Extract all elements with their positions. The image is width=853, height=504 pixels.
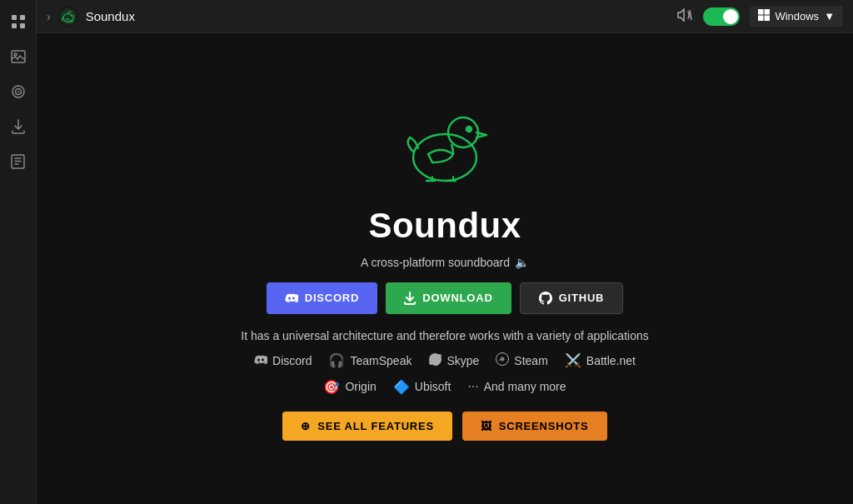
features-label: SEE ALL FEATURES [317, 420, 434, 432]
steam-label: Steam [514, 354, 547, 367]
discord-button[interactable]: DISCORD [267, 282, 378, 314]
description-text: It has a universal architecture and ther… [241, 329, 648, 342]
app-more: ··· And many more [467, 379, 566, 394]
battlenet-label: Battle.net [586, 354, 636, 367]
svg-point-8 [17, 91, 19, 92]
origin-label: Origin [345, 380, 376, 393]
teamspeak-label: TeamSpeak [350, 354, 412, 367]
app-battlenet: ⚔️ Battle.net [565, 352, 636, 368]
content-area: Soundux A cross-platform soundboard 🔈 DI… [37, 33, 853, 504]
sidebar-icon-book[interactable] [3, 147, 33, 177]
supported-apps-row-2: 🎯 Origin 🔷 Ubisoft ··· And many more [323, 379, 566, 395]
ubisoft-icon: 🔷 [393, 379, 410, 395]
discord-app-icon [254, 353, 267, 368]
discord-app-label: Discord [272, 354, 312, 367]
duck-logo [395, 97, 495, 192]
battlenet-icon: ⚔️ [565, 352, 581, 368]
sidebar-icon-image[interactable] [3, 42, 33, 72]
subtitle-text: A cross-platform soundboard [361, 256, 510, 269]
app-discord: Discord [254, 353, 312, 368]
svg-rect-17 [765, 16, 771, 22]
sidebar-icon-grid[interactable] [3, 7, 33, 37]
app-logo [57, 6, 79, 27]
svg-rect-14 [758, 9, 764, 15]
topbar-title: Soundux [86, 9, 671, 23]
svg-rect-0 [12, 15, 17, 20]
skype-icon [428, 352, 441, 369]
screenshots-button[interactable]: 🖼 SCREENSHOTS [462, 412, 607, 441]
svg-rect-1 [20, 15, 25, 20]
svg-point-18 [413, 134, 476, 181]
github-button[interactable]: GITHUB [520, 282, 624, 314]
features-icon: ⊕ [301, 420, 311, 432]
platform-label: Windows [775, 10, 819, 22]
svg-point-12 [70, 14, 72, 16]
main-area: › Soundux [37, 0, 853, 504]
more-icon: ··· [467, 379, 478, 394]
svg-point-22 [501, 358, 503, 360]
svg-rect-3 [20, 23, 25, 28]
topbar: › Soundux [37, 0, 853, 33]
discord-label: DISCORD [305, 292, 360, 304]
mute-icon[interactable] [676, 8, 693, 25]
svg-line-13 [690, 10, 691, 20]
action-buttons: DISCORD DOWNLOAD GITHUB [267, 282, 624, 314]
svg-point-19 [448, 117, 478, 147]
topbar-right: Windows ▼ [676, 6, 843, 27]
download-button[interactable]: DOWNLOAD [386, 282, 511, 314]
svg-rect-2 [12, 23, 17, 28]
screenshots-label: SCREENSHOTS [499, 420, 589, 432]
svg-rect-16 [758, 16, 764, 22]
svg-rect-15 [765, 9, 771, 15]
app-teamspeak: 🎧 TeamSpeak [328, 352, 412, 368]
sound-icon: 🔈 [515, 256, 529, 269]
svg-rect-4 [12, 51, 25, 62]
bottom-buttons: ⊕ SEE ALL FEATURES 🖼 SCREENSHOTS [282, 412, 606, 441]
teamspeak-icon: 🎧 [328, 352, 345, 368]
svg-point-10 [60, 8, 76, 24]
supported-apps-row: Discord 🎧 TeamSpeak Skype [254, 352, 636, 369]
app-ubisoft: 🔷 Ubisoft [393, 379, 451, 395]
more-label: And many more [484, 380, 566, 393]
app-origin: 🎯 Origin [323, 379, 376, 395]
screenshots-icon: 🖼 [481, 420, 492, 432]
ubisoft-label: Ubisoft [415, 380, 451, 393]
windows-icon [758, 9, 770, 23]
github-label: GITHUB [559, 292, 605, 304]
app-steam: Steam [496, 352, 547, 369]
sidebar-icon-target[interactable] [3, 77, 33, 107]
origin-icon: 🎯 [323, 379, 340, 395]
skype-label: Skype [446, 354, 479, 367]
app-skype: Skype [428, 352, 479, 369]
enable-toggle[interactable] [703, 7, 740, 26]
svg-point-20 [466, 127, 471, 132]
app-subtitle: A cross-platform soundboard 🔈 [361, 256, 529, 269]
sidebar-icon-download[interactable] [3, 112, 33, 142]
platform-chevron-icon: ▼ [824, 10, 835, 22]
chevron-right-icon[interactable]: › [47, 10, 51, 23]
app-title: Soundux [368, 206, 521, 246]
sidebar [0, 0, 37, 504]
svg-point-5 [14, 53, 17, 56]
steam-icon [496, 352, 509, 369]
platform-button[interactable]: Windows ▼ [750, 6, 843, 27]
see-all-features-button[interactable]: ⊕ SEE ALL FEATURES [282, 412, 452, 441]
download-label: DOWNLOAD [422, 292, 492, 304]
